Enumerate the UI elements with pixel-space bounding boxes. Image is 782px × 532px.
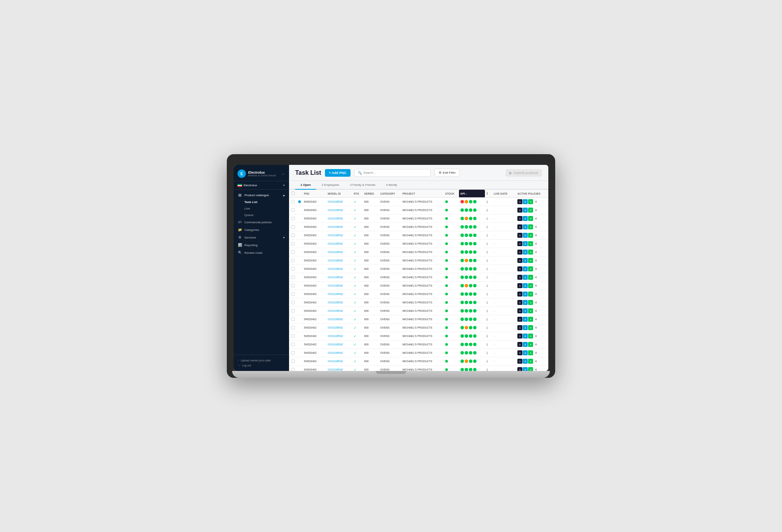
row-checkbox-cell[interactable] [289,307,297,315]
row-checkbox[interactable] [291,351,295,355]
row-info[interactable]: ℹ [485,282,492,290]
edit-filter-button[interactable]: ⚙ Edit Filter [435,169,460,177]
row-checkbox-cell[interactable] [289,223,297,231]
brand-selector[interactable]: Electrolux ▼ [234,181,289,190]
info-icon[interactable]: ℹ [486,225,488,229]
search-input[interactable] [364,171,427,174]
row-checkbox-cell[interactable] [289,357,297,366]
row-checkbox[interactable] [291,334,295,338]
row-info[interactable]: ℹ [485,265,492,273]
category-header[interactable]: CATEGORY [379,190,401,198]
row-info[interactable]: ℹ [485,273,492,282]
rts-header[interactable]: RTS [352,190,362,198]
row-info[interactable]: ℹ [485,231,492,240]
row-checkbox[interactable] [291,250,295,254]
row-checkbox[interactable] [291,200,295,203]
row-checkbox-cell[interactable] [289,290,297,298]
row-info[interactable]: ℹ [485,298,492,307]
sidebar-item-task-list[interactable]: Task List [234,199,289,205]
row-info[interactable]: ℹ [485,340,492,349]
row-checkbox[interactable] [291,284,295,287]
model-header[interactable]: MODEL ID [326,190,352,198]
row-checkbox-cell[interactable] [289,240,297,248]
row-checkbox-cell[interactable] [289,282,297,290]
row-checkbox-cell[interactable] [289,198,297,206]
info-icon[interactable]: ℹ [486,360,488,363]
row-checkbox[interactable] [291,217,295,220]
select-all-header[interactable] [289,190,297,198]
row-checkbox-cell[interactable] [289,214,297,223]
sidebar-item-commercial-policies[interactable]: 🏷 Commercial policies [234,218,289,226]
row-checkbox[interactable] [291,343,295,346]
info-icon[interactable]: ℹ [486,234,488,237]
row-info[interactable]: ℹ [485,349,492,357]
sidebar-item-queue[interactable]: Queue [234,212,289,218]
row-checkbox[interactable] [291,259,295,262]
info-icon[interactable]: ℹ [486,242,488,246]
row-info[interactable]: ℹ [485,357,492,366]
row-info[interactable]: ℹ [485,248,492,256]
row-checkbox[interactable] [291,360,295,363]
row-info[interactable]: ℹ [485,214,492,223]
row-checkbox-cell[interactable] [289,248,297,256]
collapse-button[interactable]: ← [281,172,285,176]
row-checkbox-cell[interactable] [289,349,297,357]
info-icon[interactable]: ℹ [486,351,488,355]
row-checkbox[interactable] [291,276,295,279]
row-checkbox[interactable] [291,301,295,304]
row-checkbox[interactable] [291,208,295,212]
row-info[interactable]: ℹ [485,324,492,332]
logout-link[interactable]: → Log out [238,363,285,368]
row-checkbox-cell[interactable] [289,332,297,340]
row-checkbox[interactable] [291,326,295,329]
info-icon[interactable]: ℹ [486,343,488,347]
tab-benify[interactable]: 4 Benify [381,181,402,190]
info-icon[interactable]: ℹ [486,318,488,321]
info-icon[interactable]: ℹ [486,250,488,254]
row-info[interactable]: ℹ [485,366,492,371]
row-info[interactable]: ℹ [485,290,492,298]
row-info[interactable]: ℹ [485,256,492,265]
info-icon[interactable]: ℹ [486,326,488,330]
tab-family-friends[interactable]: 3 Family & Friends [344,181,381,190]
info-icon[interactable]: ℹ [486,334,488,338]
row-checkbox-cell[interactable] [289,206,297,214]
info-icon[interactable]: ℹ [486,309,488,313]
series-header[interactable]: SERIES [363,190,379,198]
select-all-checkbox[interactable] [291,192,295,195]
row-checkbox-cell[interactable] [289,265,297,273]
row-checkbox-cell[interactable] [289,340,297,349]
sidebar-item-product-catalogue[interactable]: ▤ Product catalogue ▲ [234,191,289,199]
add-pnc-button[interactable]: + Add PNC [325,169,350,177]
row-info[interactable]: ℹ [485,307,492,315]
row-checkbox-cell[interactable] [289,366,297,371]
active-policies-header[interactable]: ACTIVE POLICIES [516,190,548,198]
info-icon[interactable]: ℹ [486,200,488,204]
info-icon[interactable]: ℹ [486,259,488,263]
info-icon[interactable]: ℹ [486,292,488,296]
stock-header[interactable]: STOCK [444,190,459,198]
project-header[interactable]: PROJECT [401,190,444,198]
row-checkbox-cell[interactable] [289,324,297,332]
row-checkbox[interactable] [291,234,295,237]
row-checkbox[interactable] [291,292,295,296]
row-checkbox-cell[interactable] [289,315,297,324]
row-checkbox[interactable] [291,309,295,313]
table-container[interactable]: PNC MODEL ID RTS SERIES CATEGORY PROJECT… [289,190,548,371]
sidebar-item-review-costs[interactable]: 🔍 Review costs [234,249,289,256]
row-checkbox[interactable] [291,242,295,245]
sidebar-item-reporting[interactable]: 📊 Reporting [234,241,289,249]
row-checkbox[interactable] [291,318,295,321]
upload-link[interactable]: ↑ Upload market price data [238,358,285,363]
sidebar-item-live[interactable]: Live [234,205,289,212]
row-info[interactable]: ℹ [485,240,492,248]
info-icon[interactable]: ℹ [486,217,488,221]
row-checkbox-cell[interactable] [289,273,297,282]
sidebar-item-services[interactable]: ⚙ Services ▼ [234,234,289,241]
info-icon[interactable]: ℹ [486,301,488,305]
row-checkbox-cell[interactable] [289,256,297,265]
info-icon[interactable]: ℹ [486,284,488,288]
row-checkbox-cell[interactable] [289,231,297,240]
row-info[interactable]: ℹ [485,223,492,231]
kpi-header[interactable]: KPI ↓ [459,190,485,198]
